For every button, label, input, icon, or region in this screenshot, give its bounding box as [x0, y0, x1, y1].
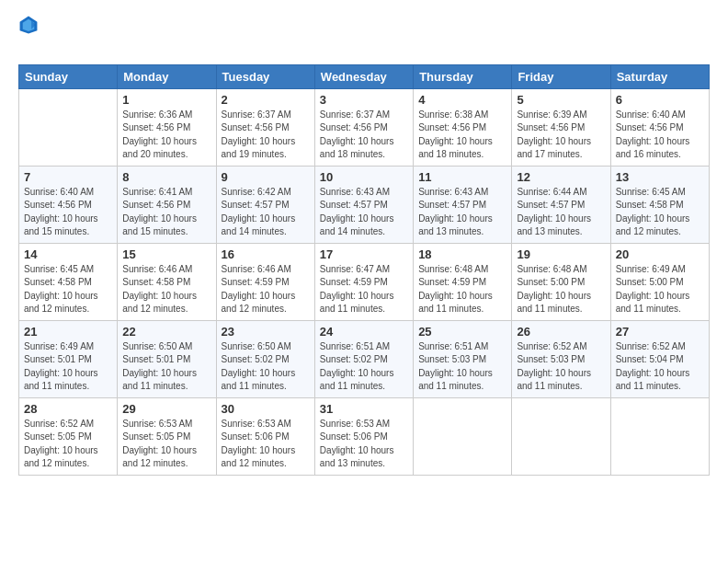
calendar-header-row: SundayMondayTuesdayWednesdayThursdayFrid… — [19, 64, 710, 88]
calendar-cell: 31Sunrise: 6:53 AM Sunset: 5:06 PM Dayli… — [314, 397, 413, 475]
day-number: 30 — [222, 402, 310, 416]
day-info: Sunrise: 6:45 AM Sunset: 4:58 PM Dayligh… — [24, 263, 112, 316]
day-number: 13 — [616, 170, 704, 184]
calendar-header-friday: Friday — [512, 64, 610, 88]
logo — [18, 15, 39, 59]
day-number: 10 — [320, 170, 408, 184]
day-number: 9 — [222, 170, 310, 184]
day-info: Sunrise: 6:45 AM Sunset: 4:58 PM Dayligh… — [616, 186, 704, 239]
day-info: Sunrise: 6:51 AM Sunset: 5:02 PM Dayligh… — [320, 340, 408, 394]
day-info: Sunrise: 6:51 AM Sunset: 5:03 PM Dayligh… — [418, 340, 506, 394]
calendar: SundayMondayTuesdayWednesdayThursdayFrid… — [18, 64, 710, 476]
calendar-cell: 21Sunrise: 6:49 AM Sunset: 5:01 PM Dayli… — [19, 320, 118, 397]
calendar-cell: 8Sunrise: 6:41 AM Sunset: 4:56 PM Daylig… — [118, 166, 216, 243]
day-info: Sunrise: 6:36 AM Sunset: 4:56 PM Dayligh… — [122, 109, 210, 162]
day-number: 16 — [222, 247, 310, 261]
day-number: 19 — [517, 247, 605, 261]
day-info: Sunrise: 6:38 AM Sunset: 4:56 PM Dayligh… — [418, 109, 506, 162]
day-info: Sunrise: 6:41 AM Sunset: 4:56 PM Dayligh… — [122, 186, 210, 239]
calendar-cell: 26Sunrise: 6:52 AM Sunset: 5:03 PM Dayli… — [512, 320, 610, 397]
calendar-header-sunday: Sunday — [19, 64, 118, 88]
day-number: 20 — [616, 247, 704, 261]
calendar-cell: 3Sunrise: 6:37 AM Sunset: 4:56 PM Daylig… — [314, 88, 413, 166]
day-info: Sunrise: 6:50 AM Sunset: 5:01 PM Dayligh… — [122, 340, 210, 394]
day-number: 5 — [517, 93, 605, 107]
day-info: Sunrise: 6:40 AM Sunset: 4:56 PM Dayligh… — [24, 186, 112, 239]
day-number: 6 — [616, 93, 704, 107]
header — [18, 15, 710, 59]
day-number: 7 — [24, 170, 112, 184]
calendar-cell: 5Sunrise: 6:39 AM Sunset: 4:56 PM Daylig… — [512, 88, 610, 166]
calendar-cell — [610, 397, 709, 475]
day-number: 24 — [320, 325, 408, 339]
calendar-cell: 20Sunrise: 6:49 AM Sunset: 5:00 PM Dayli… — [610, 243, 709, 320]
calendar-header-tuesday: Tuesday — [216, 64, 314, 88]
calendar-cell: 25Sunrise: 6:51 AM Sunset: 5:03 PM Dayli… — [414, 320, 512, 397]
day-info: Sunrise: 6:40 AM Sunset: 4:56 PM Dayligh… — [616, 109, 704, 162]
day-number: 1 — [122, 93, 210, 107]
day-number: 21 — [24, 325, 112, 339]
day-number: 29 — [122, 402, 210, 416]
calendar-cell: 7Sunrise: 6:40 AM Sunset: 4:56 PM Daylig… — [19, 166, 118, 243]
day-info: Sunrise: 6:47 AM Sunset: 4:59 PM Dayligh… — [320, 263, 408, 316]
logo-text — [18, 40, 39, 59]
day-info: Sunrise: 6:42 AM Sunset: 4:57 PM Dayligh… — [222, 186, 310, 239]
calendar-cell: 14Sunrise: 6:45 AM Sunset: 4:58 PM Dayli… — [19, 243, 118, 320]
day-number: 26 — [517, 325, 605, 339]
day-number: 2 — [222, 93, 310, 107]
calendar-cell: 2Sunrise: 6:37 AM Sunset: 4:56 PM Daylig… — [216, 88, 314, 166]
day-number: 12 — [517, 170, 605, 184]
day-info: Sunrise: 6:53 AM Sunset: 5:06 PM Dayligh… — [222, 418, 310, 471]
calendar-cell: 30Sunrise: 6:53 AM Sunset: 5:06 PM Dayli… — [216, 397, 314, 475]
day-info: Sunrise: 6:39 AM Sunset: 4:56 PM Dayligh… — [517, 109, 605, 162]
calendar-cell — [19, 88, 118, 166]
calendar-cell: 10Sunrise: 6:43 AM Sunset: 4:57 PM Dayli… — [314, 166, 413, 243]
calendar-cell — [512, 397, 610, 475]
day-info: Sunrise: 6:52 AM Sunset: 5:05 PM Dayligh… — [24, 418, 112, 471]
day-number: 17 — [320, 247, 408, 261]
calendar-cell: 19Sunrise: 6:48 AM Sunset: 5:00 PM Dayli… — [512, 243, 610, 320]
calendar-cell: 9Sunrise: 6:42 AM Sunset: 4:57 PM Daylig… — [216, 166, 314, 243]
day-info: Sunrise: 6:37 AM Sunset: 4:56 PM Dayligh… — [222, 109, 310, 162]
day-number: 23 — [222, 325, 310, 339]
calendar-cell: 17Sunrise: 6:47 AM Sunset: 4:59 PM Dayli… — [314, 243, 413, 320]
calendar-cell: 22Sunrise: 6:50 AM Sunset: 5:01 PM Dayli… — [118, 320, 216, 397]
day-info: Sunrise: 6:48 AM Sunset: 5:00 PM Dayligh… — [517, 263, 605, 316]
calendar-cell: 28Sunrise: 6:52 AM Sunset: 5:05 PM Dayli… — [19, 397, 118, 475]
day-info: Sunrise: 6:48 AM Sunset: 4:59 PM Dayligh… — [418, 263, 506, 316]
calendar-cell: 23Sunrise: 6:50 AM Sunset: 5:02 PM Dayli… — [216, 320, 314, 397]
calendar-cell: 1Sunrise: 6:36 AM Sunset: 4:56 PM Daylig… — [118, 88, 216, 166]
day-info: Sunrise: 6:43 AM Sunset: 4:57 PM Dayligh… — [418, 186, 506, 239]
day-info: Sunrise: 6:50 AM Sunset: 5:02 PM Dayligh… — [222, 340, 310, 394]
day-info: Sunrise: 6:43 AM Sunset: 4:57 PM Dayligh… — [320, 186, 408, 239]
calendar-cell: 11Sunrise: 6:43 AM Sunset: 4:57 PM Dayli… — [414, 166, 512, 243]
calendar-header-thursday: Thursday — [414, 64, 512, 88]
page: SundayMondayTuesdayWednesdayThursdayFrid… — [0, 0, 728, 563]
calendar-week-3: 21Sunrise: 6:49 AM Sunset: 5:01 PM Dayli… — [19, 320, 710, 397]
calendar-cell: 16Sunrise: 6:46 AM Sunset: 4:59 PM Dayli… — [216, 243, 314, 320]
logo-icon — [18, 15, 39, 35]
calendar-header-wednesday: Wednesday — [314, 64, 413, 88]
calendar-week-2: 14Sunrise: 6:45 AM Sunset: 4:58 PM Dayli… — [19, 243, 710, 320]
day-info: Sunrise: 6:44 AM Sunset: 4:57 PM Dayligh… — [517, 186, 605, 239]
day-number: 8 — [122, 170, 210, 184]
calendar-cell: 12Sunrise: 6:44 AM Sunset: 4:57 PM Dayli… — [512, 166, 610, 243]
day-number: 3 — [320, 93, 408, 107]
day-info: Sunrise: 6:49 AM Sunset: 5:01 PM Dayligh… — [24, 340, 112, 394]
day-number: 22 — [122, 325, 210, 339]
calendar-cell: 27Sunrise: 6:52 AM Sunset: 5:04 PM Dayli… — [610, 320, 709, 397]
calendar-header-monday: Monday — [118, 64, 216, 88]
day-info: Sunrise: 6:46 AM Sunset: 4:59 PM Dayligh… — [222, 263, 310, 316]
day-info: Sunrise: 6:49 AM Sunset: 5:00 PM Dayligh… — [616, 263, 704, 316]
day-number: 4 — [418, 93, 506, 107]
day-number: 25 — [418, 325, 506, 339]
day-number: 28 — [24, 402, 112, 416]
day-number: 14 — [24, 247, 112, 261]
calendar-cell: 6Sunrise: 6:40 AM Sunset: 4:56 PM Daylig… — [610, 88, 709, 166]
day-number: 15 — [122, 247, 210, 261]
day-number: 11 — [418, 170, 506, 184]
calendar-cell: 15Sunrise: 6:46 AM Sunset: 4:58 PM Dayli… — [118, 243, 216, 320]
day-info: Sunrise: 6:53 AM Sunset: 5:05 PM Dayligh… — [122, 418, 210, 471]
day-number: 31 — [320, 402, 408, 416]
calendar-header-saturday: Saturday — [610, 64, 709, 88]
